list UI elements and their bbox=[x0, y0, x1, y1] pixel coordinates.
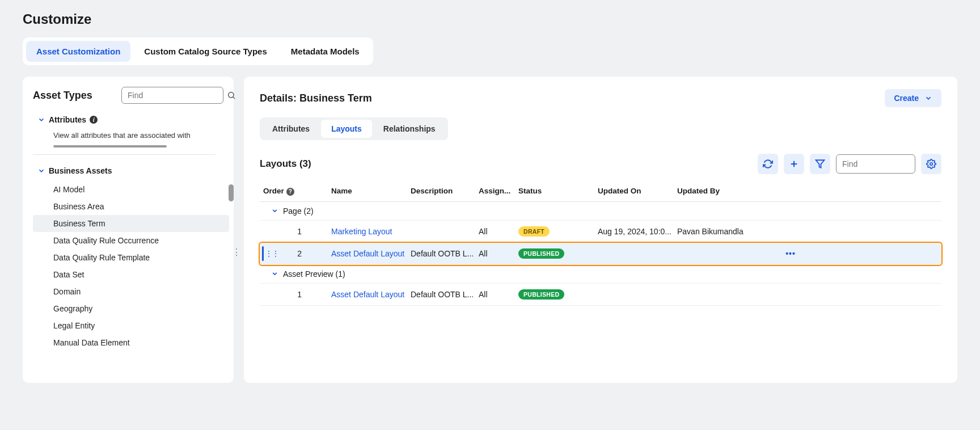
asset-types-panel: Asset Types Attributes i View all attrib… bbox=[23, 77, 234, 383]
chevron-down-icon bbox=[271, 207, 278, 214]
cell-assign: All bbox=[479, 290, 518, 299]
table-row[interactable]: 1Asset Default LayoutDefault OOTB L...Al… bbox=[260, 284, 941, 306]
sidebar-item-legal-entity[interactable]: Legal Entity bbox=[33, 317, 229, 334]
svg-point-0 bbox=[229, 92, 234, 98]
details-subtabs: AttributesLayoutsRelationships bbox=[260, 117, 448, 140]
table-group-toggle[interactable]: Asset Preview (1) bbox=[260, 265, 941, 284]
table-row[interactable]: 1Marketing LayoutAllDRAFTAug 19, 2024, 1… bbox=[260, 221, 941, 243]
page-title: Customize bbox=[23, 11, 957, 27]
attributes-section-toggle[interactable]: Attributes i bbox=[33, 106, 229, 128]
filter-button[interactable] bbox=[810, 154, 830, 174]
plus-icon bbox=[789, 159, 799, 169]
status-badge: DRAFT bbox=[518, 226, 550, 237]
subtab-attributes[interactable]: Attributes bbox=[262, 120, 320, 138]
details-title: Details: Business Term bbox=[260, 92, 372, 104]
asset-types-search-input[interactable] bbox=[128, 91, 227, 100]
separator bbox=[33, 154, 216, 155]
scrollbar-thumb[interactable] bbox=[229, 184, 234, 201]
svg-point-5 bbox=[930, 163, 933, 166]
asset-types-search[interactable] bbox=[121, 87, 223, 104]
table-group-label: Asset Preview (1) bbox=[283, 269, 345, 279]
row-actions-button[interactable]: ••• bbox=[779, 249, 802, 258]
col-name[interactable]: Name bbox=[331, 187, 411, 195]
filter-icon bbox=[815, 159, 825, 169]
refresh-button[interactable] bbox=[758, 154, 778, 174]
status-badge: PUBLISHED bbox=[518, 248, 564, 259]
details-panel: Details: Business Term Create Attributes… bbox=[244, 77, 957, 383]
chevron-down-icon bbox=[37, 116, 45, 124]
col-order[interactable]: Order? bbox=[263, 187, 331, 196]
layouts-find-input[interactable] bbox=[842, 159, 909, 168]
subtab-relationships[interactable]: Relationships bbox=[373, 120, 446, 138]
tab-asset-customization[interactable]: Asset Customization bbox=[26, 41, 130, 62]
table-header-row: Order? Name Description Assign... Status… bbox=[260, 181, 941, 202]
cell-order: 1 bbox=[263, 290, 331, 299]
layouts-find[interactable] bbox=[836, 154, 915, 174]
chevron-down-icon bbox=[924, 94, 932, 102]
attributes-label: Attributes bbox=[49, 115, 86, 124]
table-group-toggle[interactable]: Page (2) bbox=[260, 202, 941, 221]
cell-name-link[interactable]: Asset Default Layout bbox=[331, 290, 411, 299]
chevron-down-icon bbox=[37, 167, 45, 175]
layouts-title: Layouts (3) bbox=[260, 158, 311, 170]
sidebar-item-ai-model[interactable]: AI Model bbox=[33, 181, 229, 198]
attributes-description: View all attributes that are associated … bbox=[33, 128, 229, 143]
col-status[interactable]: Status bbox=[518, 187, 598, 195]
cell-order: 1 bbox=[263, 227, 331, 236]
cell-status: DRAFT bbox=[518, 226, 598, 237]
cell-name-link[interactable]: Marketing Layout bbox=[331, 227, 411, 236]
cell-name-link[interactable]: Asset Default Layout bbox=[331, 249, 411, 258]
status-badge: PUBLISHED bbox=[518, 289, 564, 300]
sidebar-item-data-set[interactable]: Data Set bbox=[33, 266, 229, 283]
refresh-icon bbox=[763, 159, 773, 169]
cell-updated-by: Pavan Bikumandla bbox=[677, 227, 779, 236]
sidebar-item-business-area[interactable]: Business Area bbox=[33, 198, 229, 215]
col-assign[interactable]: Assign... bbox=[479, 187, 518, 195]
sidebar-item-domain[interactable]: Domain bbox=[33, 283, 229, 300]
table-group-label: Page (2) bbox=[283, 206, 314, 216]
layouts-toolbar bbox=[758, 154, 941, 174]
cell-status: PUBLISHED bbox=[518, 289, 598, 300]
tab-custom-catalog-source-types[interactable]: Custom Catalog Source Types bbox=[134, 41, 277, 62]
add-button[interactable] bbox=[784, 154, 804, 174]
cell-description: Default OOTB L... bbox=[411, 249, 479, 258]
col-description[interactable]: Description bbox=[411, 187, 479, 195]
sidebar-item-data-quality-rule-template[interactable]: Data Quality Rule Template bbox=[33, 249, 229, 266]
sidebar-item-manual-data-element[interactable]: Manual Data Element bbox=[33, 334, 229, 351]
drag-handle-icon[interactable]: ⋮⋮ bbox=[265, 250, 279, 258]
col-updated-on[interactable]: Updated On bbox=[598, 187, 677, 195]
gear-icon bbox=[926, 159, 936, 169]
business-assets-toggle[interactable]: Business Assets bbox=[33, 157, 229, 179]
settings-button[interactable] bbox=[921, 154, 941, 174]
asset-types-title: Asset Types bbox=[33, 90, 92, 102]
sidebar-item-data-quality-rule-occurrence[interactable]: Data Quality Rule Occurrence bbox=[33, 232, 229, 249]
create-button-label: Create bbox=[894, 94, 919, 103]
sidebar-item-business-term[interactable]: Business Term bbox=[33, 215, 229, 232]
info-icon: i bbox=[90, 116, 98, 124]
cell-updated-on: Aug 19, 2024, 10:0... bbox=[598, 227, 677, 236]
svg-line-1 bbox=[233, 97, 235, 99]
subtab-layouts[interactable]: Layouts bbox=[321, 120, 372, 138]
chevron-down-icon bbox=[271, 270, 278, 277]
layouts-table: Order? Name Description Assign... Status… bbox=[260, 181, 941, 306]
cell-description: Default OOTB L... bbox=[411, 290, 479, 299]
cell-assign: All bbox=[479, 249, 518, 258]
svg-marker-4 bbox=[816, 160, 825, 168]
sidebar-item-geography[interactable]: Geography bbox=[33, 300, 229, 317]
search-icon bbox=[227, 91, 236, 100]
top-tabs: Asset CustomizationCustom Catalog Source… bbox=[23, 37, 373, 65]
create-button[interactable]: Create bbox=[885, 89, 941, 107]
business-assets-label: Business Assets bbox=[49, 166, 112, 175]
panel-resize-handle[interactable]: ⋮ bbox=[232, 247, 241, 258]
help-icon: ? bbox=[286, 188, 294, 196]
cell-assign: All bbox=[479, 227, 518, 236]
asset-types-tree: AI ModelBusiness AreaBusiness TermData Q… bbox=[33, 181, 229, 351]
col-updated-by[interactable]: Updated By bbox=[677, 187, 779, 195]
tab-metadata-models[interactable]: Metadata Models bbox=[281, 41, 370, 62]
cell-status: PUBLISHED bbox=[518, 248, 598, 259]
table-row[interactable]: ⋮⋮2Asset Default LayoutDefault OOTB L...… bbox=[260, 243, 941, 265]
divider bbox=[53, 145, 167, 147]
